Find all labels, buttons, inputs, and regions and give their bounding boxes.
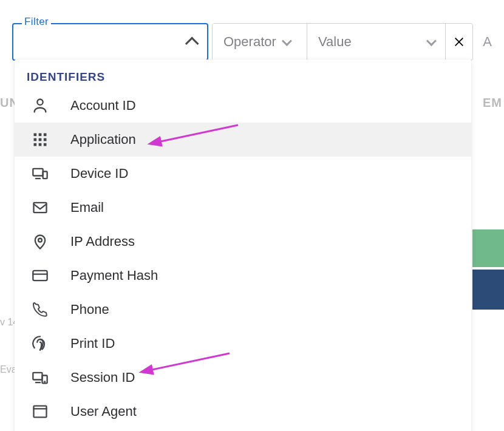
- svg-rect-12: [34, 203, 47, 212]
- svg-rect-5: [39, 138, 42, 141]
- svg-rect-15: [33, 373, 42, 380]
- location-icon: [32, 233, 49, 250]
- dropdown-item-account-id[interactable]: Account ID: [15, 89, 471, 123]
- col-header-right: EM: [483, 96, 502, 110]
- dropdown-item-label: Payment Hash: [70, 268, 158, 283]
- dropdown-item-email[interactable]: Email: [15, 191, 471, 225]
- svg-rect-9: [44, 143, 47, 146]
- email-icon: [32, 199, 49, 216]
- svg-rect-1: [34, 134, 37, 137]
- person-icon: [32, 97, 49, 114]
- card-icon: [32, 267, 49, 284]
- svg-rect-8: [39, 143, 42, 146]
- svg-rect-3: [44, 134, 47, 137]
- dropdown-item-label: User Agent: [70, 404, 137, 419]
- close-icon: [454, 36, 465, 47]
- value-select[interactable]: Value: [307, 24, 446, 60]
- dropdown-item-payment-hash[interactable]: Payment Hash: [15, 259, 471, 293]
- value-label: Value: [318, 34, 352, 50]
- dropdown-item-label: Session ID: [70, 370, 135, 385]
- svg-rect-4: [34, 138, 37, 141]
- filter-dropdown-trigger[interactable]: Filter: [12, 23, 208, 61]
- dropdown-item-label: IP Address: [70, 234, 135, 249]
- svg-rect-18: [34, 406, 47, 418]
- dropdown-item-label: Application: [70, 132, 136, 148]
- dropdown-item-session-id[interactable]: Session ID: [15, 361, 471, 395]
- svg-rect-11: [43, 172, 47, 179]
- phone-icon: [32, 301, 49, 318]
- svg-rect-10: [33, 169, 43, 176]
- dropdown-item-label: Email: [70, 200, 104, 216]
- operator-label: Operator: [223, 34, 276, 50]
- dropdown-section-header: IDENTIFIERS: [15, 59, 471, 89]
- dropdown-item-print-id[interactable]: Print ID: [15, 327, 471, 361]
- fingerprint-icon: [32, 335, 49, 352]
- svg-point-17: [44, 381, 45, 382]
- operator-value-group: Operator Value: [212, 23, 473, 61]
- dropdown-item-device-id[interactable]: Device ID: [15, 157, 471, 191]
- grid-icon: [32, 131, 49, 148]
- dropdown-item-ip-address[interactable]: IP Address: [15, 225, 471, 259]
- dropdown-item-application[interactable]: Application: [15, 123, 471, 157]
- filter-field-label: Filter: [22, 16, 51, 28]
- add-filter-fragment[interactable]: A: [473, 23, 502, 61]
- chevron-down-icon: [282, 36, 292, 46]
- svg-rect-7: [34, 143, 37, 146]
- dropdown-item-phone[interactable]: Phone: [15, 293, 471, 327]
- svg-rect-6: [44, 138, 47, 141]
- session-icon: [32, 369, 49, 386]
- svg-point-13: [38, 239, 42, 242]
- svg-point-0: [37, 100, 43, 105]
- svg-rect-2: [39, 134, 42, 137]
- devices-icon: [32, 165, 49, 182]
- bar-chart-fragment: [472, 229, 504, 312]
- dropdown-item-label: Account ID: [70, 98, 136, 114]
- svg-rect-14: [33, 271, 47, 280]
- clear-button[interactable]: [446, 24, 472, 60]
- browser-icon: [32, 403, 49, 420]
- filter-dropdown-panel: IDENTIFIERS Account IDApplicationDevice …: [15, 59, 471, 431]
- chevron-down-icon: [426, 36, 437, 46]
- dropdown-item-user-agent[interactable]: User Agent: [15, 395, 471, 429]
- operator-select[interactable]: Operator: [213, 24, 307, 60]
- filter-toolbar: Filter Operator Value A: [12, 23, 502, 61]
- filter-input[interactable]: [22, 24, 189, 59]
- dropdown-item-label: Phone: [70, 302, 109, 317]
- dropdown-item-label: Device ID: [70, 166, 128, 182]
- dropdown-item-label: Print ID: [70, 336, 115, 351]
